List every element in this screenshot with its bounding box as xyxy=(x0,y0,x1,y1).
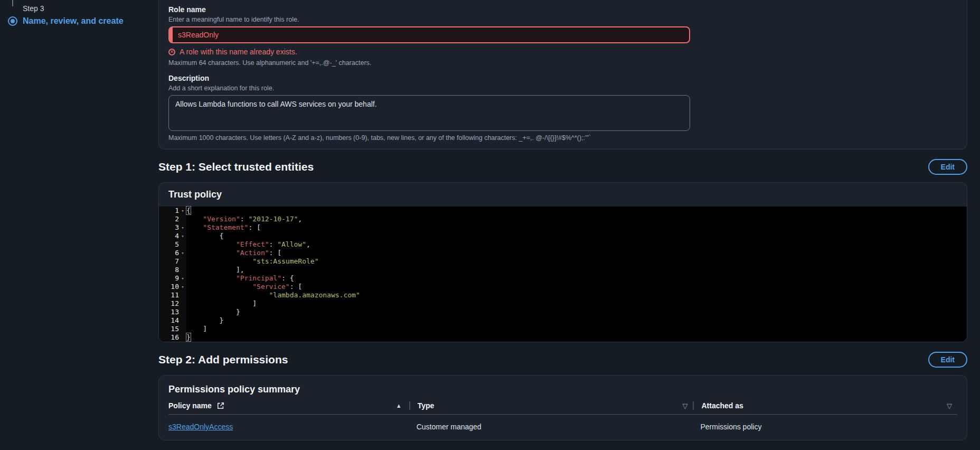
type-column-label: Type xyxy=(418,401,435,410)
fold-spacer xyxy=(179,257,186,266)
line-number: 16 xyxy=(161,333,186,342)
step-title: Name, review, and create xyxy=(23,16,124,26)
line-number: 14 xyxy=(161,316,186,325)
code-line: } xyxy=(186,308,967,316)
fold-spacer xyxy=(179,316,186,325)
error-status-icon: ✕ xyxy=(168,49,175,55)
line-number: 13 xyxy=(161,308,186,316)
code-line: ] xyxy=(186,299,967,308)
table-row: s3ReadOnlyAccess Customer managed Permis… xyxy=(168,415,957,440)
code-line: "Version": "2012-10-17", xyxy=(186,215,967,223)
description-hint: Add a short explanation for this role. xyxy=(168,85,957,92)
main-content: Role name Enter a meaningful name to ide… xyxy=(158,0,967,450)
policy-table: Policy name ▲ Type ▽ xyxy=(168,401,957,440)
description-field: Description Add a short explanation for … xyxy=(168,74,957,142)
code-line: ] xyxy=(186,325,967,333)
sort-down-icon: ▽ xyxy=(682,402,687,410)
step-number-label: Step 3 xyxy=(23,4,158,13)
role-name-error-text: A role with this name already exists. xyxy=(180,48,297,56)
fold-spacer xyxy=(179,291,186,299)
fold-spacer xyxy=(179,299,186,308)
fold-arrow-icon[interactable]: ▾ xyxy=(179,223,186,232)
line-number: 11 xyxy=(161,291,186,299)
role-name-input[interactable] xyxy=(168,26,690,43)
line-number: 3▾ xyxy=(161,223,186,232)
line-number: 2 xyxy=(161,215,186,223)
step-nav: Step 3 Name, review, and create xyxy=(0,0,158,450)
page: Step 3 Name, review, and create Role nam… xyxy=(0,0,980,450)
attached-as-column-label: Attached as xyxy=(701,401,743,410)
step1-heading: Step 1: Select trusted entities xyxy=(158,161,314,173)
fold-arrow-icon[interactable]: ▾ xyxy=(179,207,186,215)
code-area: { "Version": "2012-10-17", "Statement": … xyxy=(186,207,967,342)
policy-link[interactable]: s3ReadOnlyAccess xyxy=(168,423,233,431)
type-cell: Customer managed xyxy=(409,423,693,431)
description-textarea[interactable]: Allows Lambda functions to call AWS serv… xyxy=(168,95,690,131)
fold-spacer xyxy=(179,325,186,333)
step1-edit-button[interactable]: Edit xyxy=(928,159,967,175)
column-header-attached-as[interactable]: Attached as ▽ xyxy=(693,401,957,410)
code-line: "sts:AssumeRole" xyxy=(186,257,967,266)
code-line: { xyxy=(186,232,967,240)
code-line: "Service": [ xyxy=(186,283,967,291)
line-number: 5 xyxy=(161,240,186,249)
line-number: 12 xyxy=(161,299,186,308)
code-line: } xyxy=(186,333,967,342)
fold-arrow-icon[interactable]: ▾ xyxy=(179,283,186,291)
fold-spacer xyxy=(179,240,186,249)
code-line: "Effect": "Allow", xyxy=(186,240,967,249)
step2-heading-row: Step 2: Add permissions Edit xyxy=(158,352,967,368)
step-connector-line xyxy=(12,0,13,6)
code-line: } xyxy=(186,316,967,325)
line-number: 6▾ xyxy=(161,249,186,257)
code-line: ], xyxy=(186,266,967,274)
line-number: 9▾ xyxy=(161,274,186,283)
permissions-summary-title: Permissions policy summary xyxy=(159,376,967,398)
sort-down-icon: ▽ xyxy=(947,402,952,410)
policy-name-column-label: Policy name xyxy=(168,401,212,410)
fold-spacer xyxy=(179,308,186,316)
permissions-summary-panel: Permissions policy summary Policy name ▲ xyxy=(158,375,967,440)
fold-spacer xyxy=(179,333,186,342)
line-number: 8 xyxy=(161,266,186,274)
code-line: "lambda.amazonaws.com" xyxy=(186,291,967,299)
external-link-icon xyxy=(217,402,224,409)
code-line: { xyxy=(186,207,967,215)
attached-as-cell: Permissions policy xyxy=(693,423,957,431)
policy-name-cell: s3ReadOnlyAccess xyxy=(168,423,409,431)
line-number: 1▾ xyxy=(161,207,186,215)
code-line: "Statement": [ xyxy=(186,223,967,232)
code-line: "Action": [ xyxy=(186,249,967,257)
role-name-constraint: Maximum 64 characters. Use alphanumeric … xyxy=(168,59,957,67)
role-name-label: Role name xyxy=(168,5,957,14)
policy-table-header: Policy name ▲ Type ▽ xyxy=(168,401,957,415)
sidebar-item-name-review-create[interactable]: Name, review, and create xyxy=(8,16,158,26)
trust-policy-panel: Trust policy 1▾23▾4▾56▾789▾10▾1112131415… xyxy=(158,182,967,342)
line-number: 15 xyxy=(161,325,186,333)
description-constraint: Maximum 1000 characters. Use letters (A-… xyxy=(168,134,957,142)
role-name-hint: Enter a meaningful name to identify this… xyxy=(168,16,957,23)
trust-policy-code-editor: 1▾23▾4▾56▾789▾10▾111213141516 { "Version… xyxy=(159,207,967,342)
fold-spacer xyxy=(179,215,186,223)
step1-heading-row: Step 1: Select trusted entities Edit xyxy=(158,159,967,175)
fold-arrow-icon[interactable]: ▾ xyxy=(179,232,186,240)
step2-heading: Step 2: Add permissions xyxy=(158,353,288,366)
step2-edit-button[interactable]: Edit xyxy=(928,352,967,368)
code-line: "Principal": { xyxy=(186,274,967,283)
fold-arrow-icon[interactable]: ▾ xyxy=(179,249,186,257)
role-details-panel: Role name Enter a meaningful name to ide… xyxy=(158,0,967,149)
role-name-error-row: ✕ A role with this name already exists. xyxy=(168,48,957,56)
trust-policy-title: Trust policy xyxy=(159,183,967,207)
code-gutter: 1▾23▾4▾56▾789▾10▾111213141516 xyxy=(159,207,186,342)
sort-ascending-icon: ▲ xyxy=(396,402,402,409)
line-number: 10▾ xyxy=(161,283,186,291)
step-radio-icon xyxy=(8,16,17,26)
fold-arrow-icon[interactable]: ▾ xyxy=(179,274,186,283)
column-header-policy-name[interactable]: Policy name ▲ xyxy=(168,401,409,410)
column-header-type[interactable]: Type ▽ xyxy=(409,401,693,410)
description-label: Description xyxy=(168,74,957,82)
line-number: 7 xyxy=(161,257,186,266)
fold-spacer xyxy=(179,266,186,274)
line-number: 4▾ xyxy=(161,232,186,240)
